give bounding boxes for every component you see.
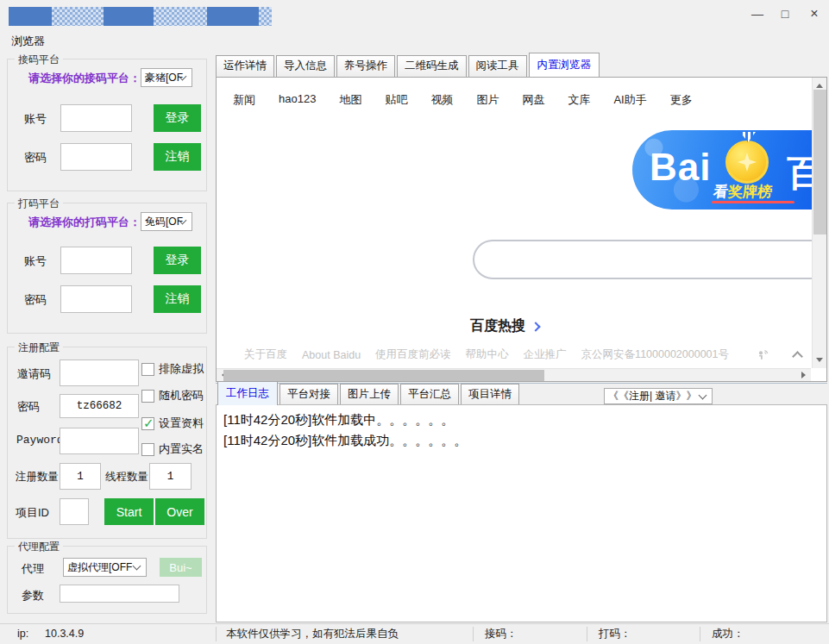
sms-status-label: 接码： xyxy=(485,624,518,644)
project-id-input[interactable] xyxy=(60,498,89,525)
vertical-scrollbar[interactable] xyxy=(812,78,826,368)
checkbox-random-password[interactable]: 随机密码 xyxy=(141,388,204,403)
tab-work-log[interactable]: 工作日志 xyxy=(217,381,278,405)
footer-help-center[interactable]: 帮助中心 xyxy=(466,347,509,362)
invite-code-input[interactable] xyxy=(60,360,139,386)
horizontal-scrollbar-thumb[interactable] xyxy=(223,370,544,381)
browser-page: 新闻 hao123 地图 贴吧 视频 图片 网盘 文库 AI助手 更多 Bai … xyxy=(217,78,812,368)
nav-wenku[interactable]: 文库 xyxy=(568,92,590,108)
scroll-right-icon[interactable] xyxy=(801,372,809,378)
footer-promotion[interactable]: 企业推广 xyxy=(524,347,567,362)
redacted-window-title xyxy=(9,7,272,26)
checkbox-box xyxy=(141,417,154,430)
nav-netdisk[interactable]: 网盘 xyxy=(522,92,544,108)
group-title: 注册配置 xyxy=(15,341,63,355)
thread-count-input[interactable] xyxy=(149,463,192,490)
captcha-login-button[interactable]: 登录 xyxy=(154,247,201,274)
nav-image[interactable]: 图片 xyxy=(476,92,499,108)
nav-video[interactable]: 视频 xyxy=(430,92,453,108)
param-input[interactable] xyxy=(60,585,179,603)
tab-qrcode-gen[interactable]: 二维码生成 xyxy=(397,55,467,77)
scroll-up-icon[interactable] xyxy=(816,80,823,88)
baidu-logo-text: Bai xyxy=(650,146,711,189)
register-password-label: 密码 xyxy=(17,399,40,415)
work-log-panel[interactable]: [11时42分20秒]软件加载中。。。。。。 [11时42分20秒]软件加载成功… xyxy=(216,404,827,622)
nav-news[interactable]: 新闻 xyxy=(233,92,255,108)
nav-map[interactable]: 地图 xyxy=(339,92,361,108)
nav-tieba[interactable]: 贴吧 xyxy=(385,92,407,108)
checkbox-set-profile[interactable]: 设置资料 xyxy=(141,416,204,431)
checkbox-box xyxy=(141,390,154,403)
nav-ai[interactable]: AI助手 xyxy=(613,92,646,108)
captcha-platform-select[interactable]: 免码[OF xyxy=(141,212,192,231)
captcha-account-input[interactable] xyxy=(60,247,132,274)
sms-logout-button[interactable]: 注销 xyxy=(154,143,201,171)
proxy-label: 代理 xyxy=(22,561,44,577)
project-id-label: 项目ID xyxy=(16,505,49,521)
captcha-password-input[interactable] xyxy=(60,285,132,313)
payword-label: Payword xyxy=(16,434,64,447)
maximize-icon[interactable]: □ xyxy=(772,2,798,26)
payword-input[interactable] xyxy=(60,428,139,454)
close-icon[interactable]: × xyxy=(801,2,827,26)
proxy-select[interactable]: 虚拟代理[OFF xyxy=(63,558,147,577)
chevron-right-icon xyxy=(531,322,540,331)
tab-project-details[interactable]: 项目详情 xyxy=(461,384,519,405)
ip-label: ip: xyxy=(17,624,28,644)
baidu-logo-banner[interactable]: Bai 百 看奖牌榜 xyxy=(632,130,812,209)
checkbox-builtin-realname[interactable]: 内置实名 xyxy=(141,441,204,457)
app-window: — □ × 浏览器 接码平台 请选择你的接码平台： 豪猪[OF 账号 登录 密码… xyxy=(0,0,829,644)
group-title: 代理配置 xyxy=(15,540,63,554)
medal-board-text: 看奖牌榜 xyxy=(713,182,773,202)
footer-about[interactable]: 关于百度 xyxy=(244,347,287,362)
build-button[interactable]: Bui~ xyxy=(160,558,202,577)
collapse-chevron-icon[interactable] xyxy=(792,351,803,362)
ip-value: 10.3.4.9 xyxy=(45,624,84,644)
horizontal-scrollbar[interactable] xyxy=(217,368,811,381)
hot-search-label: 百度热搜 xyxy=(470,317,525,335)
baidu-logo-suffix: 百 xyxy=(787,149,812,197)
sms-platform-select[interactable]: 豪猪[OF xyxy=(141,68,192,87)
accessibility-icon[interactable] xyxy=(756,348,770,362)
captcha-logout-button[interactable]: 注销 xyxy=(154,285,201,313)
proxy-config-group: 代理配置 代理 虚拟代理[OFF Bui~ 参数 xyxy=(7,546,207,614)
register-config-group: 注册配置 邀请码 排除虚拟 密码 随机密码 Payword 设置资料 内置实名 … xyxy=(7,347,207,539)
disclaimer-text: 本软件仅供学习，如有犯法后果自负 xyxy=(226,624,399,644)
tab-run-details[interactable]: 运作详情 xyxy=(216,55,274,77)
tab-import-info[interactable]: 导入信息 xyxy=(276,55,335,77)
checkbox-exclude-virtual[interactable]: 排除虚拟 xyxy=(141,361,204,377)
register-password-input[interactable] xyxy=(60,394,139,418)
tab-image-upload[interactable]: 图片上传 xyxy=(340,384,399,405)
footer-about-en[interactable]: About Baidu xyxy=(302,349,361,361)
footer-must-read[interactable]: 使用百度前必读 xyxy=(375,347,451,362)
tab-platform-connect[interactable]: 平台对接 xyxy=(279,384,338,405)
main-tab-strip: 运作详情 导入信息 养号操作 二维码生成 阅读工具 内置浏览器 xyxy=(216,57,601,77)
baidu-search-input[interactable] xyxy=(473,240,812,279)
tab-platform-summary[interactable]: 平台汇总 xyxy=(400,384,459,405)
nav-hao123[interactable]: hao123 xyxy=(279,92,316,108)
status-bar: ip: 10.3.4.9 本软件仅供学习，如有犯法后果自负 接码： 打码： 成功… xyxy=(0,623,829,644)
sms-password-input[interactable] xyxy=(60,143,132,171)
baidu-nav-links: 新闻 hao123 地图 贴吧 视频 图片 网盘 文库 AI助手 更多 xyxy=(233,92,693,108)
minimize-icon[interactable]: — xyxy=(744,2,770,26)
sms-password-label: 密码 xyxy=(24,150,47,166)
sms-account-input[interactable] xyxy=(60,104,132,132)
log-line: [11时42分20秒]软件加载中。。。。。。 xyxy=(223,410,820,430)
register-invite-select[interactable]: 《《注册| 邀请》》 xyxy=(604,388,713,404)
over-button[interactable]: Over xyxy=(155,498,204,525)
tab-reading-tools[interactable]: 阅读工具 xyxy=(468,55,527,77)
start-button[interactable]: Start xyxy=(104,498,154,525)
captcha-status-label: 打码： xyxy=(599,624,631,644)
tab-account-ops[interactable]: 养号操作 xyxy=(336,55,395,77)
nav-more[interactable]: 更多 xyxy=(670,92,693,108)
menu-browser[interactable]: 浏览器 xyxy=(7,32,49,51)
title-bar[interactable]: — □ × xyxy=(0,0,829,28)
vertical-scrollbar-thumb[interactable] xyxy=(813,90,826,234)
register-count-input[interactable] xyxy=(60,463,101,490)
group-title: 接码平台 xyxy=(15,53,63,67)
hot-search-row[interactable]: 百度热搜 xyxy=(470,317,539,335)
sms-login-button[interactable]: 登录 xyxy=(154,104,201,132)
tab-builtin-browser[interactable]: 内置浏览器 xyxy=(529,53,600,77)
success-status-label: 成功： xyxy=(712,624,744,644)
scroll-down-icon[interactable] xyxy=(816,358,823,366)
